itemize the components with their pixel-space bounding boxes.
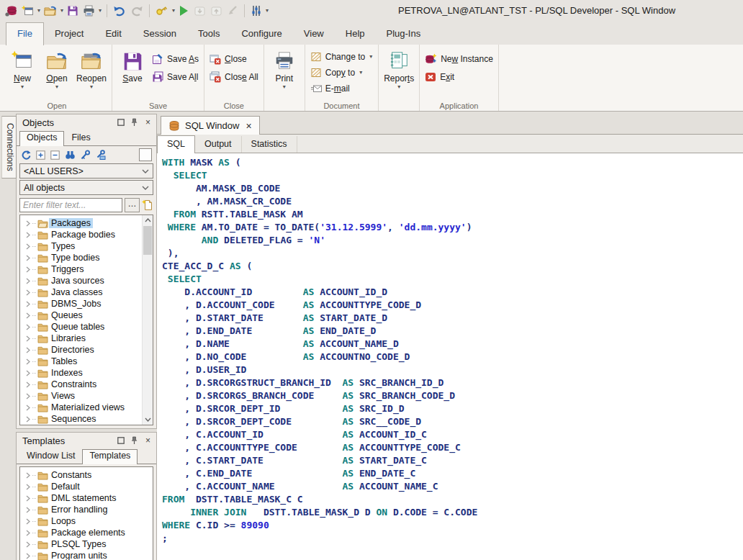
chevron-right-icon[interactable]: [25, 255, 32, 261]
tree-item-java-sources[interactable]: Java sources: [20, 275, 142, 286]
redo-button[interactable]: [129, 3, 145, 19]
menu-session[interactable]: Session: [132, 23, 187, 45]
object-type-dropdown[interactable]: All objects: [19, 180, 153, 195]
tree-item-dbms-jobs[interactable]: DBMS_Jobs: [20, 298, 142, 310]
tree-item-tables[interactable]: Tables: [20, 356, 142, 367]
print-button-qat[interactable]: [81, 3, 96, 19]
save-as-button[interactable]: Save As: [150, 53, 201, 65]
filter-more-button[interactable]: …: [125, 198, 140, 212]
open-button[interactable]: Open ▾: [40, 46, 74, 90]
tab-templates[interactable]: Templates: [82, 449, 138, 464]
subtab-output[interactable]: Output: [195, 136, 242, 153]
tree-item-types[interactable]: Types: [20, 240, 142, 252]
save-button-qat[interactable]: [66, 3, 80, 19]
tree-item-type-bodies[interactable]: Type bodies: [20, 252, 142, 263]
change-to-button[interactable]: Change to ▾: [308, 50, 375, 63]
close-button[interactable]: Close: [207, 53, 261, 65]
tree-item-constants[interactable]: Constants: [20, 469, 153, 481]
tree-item-java-classes[interactable]: Java classes: [20, 286, 142, 298]
chevron-right-icon[interactable]: [25, 518, 32, 525]
undo-button[interactable]: [112, 3, 127, 19]
toolbar-overflow-caret[interactable]: ▾: [265, 8, 269, 14]
new-button[interactable]: [20, 3, 35, 19]
login-button[interactable]: [154, 3, 170, 19]
menu-project[interactable]: Project: [44, 23, 94, 45]
login-dropdown-caret[interactable]: ▾: [171, 8, 176, 14]
reports-dropdown-caret[interactable]: ▾: [397, 83, 400, 90]
open-dropdown-caret[interactable]: ▾: [55, 83, 58, 90]
chevron-right-icon[interactable]: [25, 335, 32, 342]
chevron-right-icon[interactable]: [25, 266, 32, 273]
close-panel-button[interactable]: ×: [143, 118, 153, 127]
commit-button[interactable]: [192, 3, 207, 19]
copy-to-caret[interactable]: ▾: [359, 70, 363, 76]
objects-tree-scrollbar[interactable]: [142, 215, 153, 425]
email-button[interactable]: E-mail: [308, 82, 375, 94]
scroll-down-arrow[interactable]: [143, 415, 153, 425]
tree-item-directories[interactable]: Directories: [20, 344, 142, 356]
filter-input[interactable]: Enter filter text...: [19, 198, 122, 212]
tab-files[interactable]: Files: [64, 131, 97, 145]
maximize-panel-button[interactable]: [116, 436, 125, 446]
print-button[interactable]: Print ▾: [267, 46, 302, 90]
chevron-right-icon[interactable]: [25, 278, 32, 284]
chevron-right-icon[interactable]: [25, 370, 32, 376]
tree-item-queue-tables[interactable]: Queue tables: [20, 321, 142, 333]
scroll-up-arrow[interactable]: [143, 215, 153, 225]
new-dropdown-caret[interactable]: ▾: [21, 83, 24, 90]
rollback-button[interactable]: [209, 3, 224, 19]
toolbar-square-box[interactable]: [139, 148, 152, 161]
chevron-right-icon[interactable]: [25, 393, 32, 399]
chevron-right-icon[interactable]: [25, 541, 32, 548]
tree-item-packages[interactable]: Packages: [20, 217, 142, 229]
menu-edit[interactable]: Edit: [94, 23, 132, 45]
close-panel-button[interactable]: ×: [143, 436, 153, 446]
tree-item-plsql-types[interactable]: PLSQL Types: [20, 538, 153, 550]
chevron-right-icon[interactable]: [25, 347, 32, 353]
tree-item-triggers[interactable]: Triggers: [20, 263, 142, 275]
connections-tab[interactable]: Connections: [1, 116, 17, 179]
reports-button[interactable]: Reports ▾: [382, 46, 416, 90]
chevron-right-icon[interactable]: [25, 495, 32, 502]
tree-item-loops[interactable]: Loops: [20, 515, 153, 527]
exit-button[interactable]: Exit: [423, 71, 495, 83]
reopen-button[interactable]: Reopen ▾: [74, 46, 109, 90]
chevron-right-icon[interactable]: [25, 301, 32, 307]
print-dropdown-caret[interactable]: ▾: [283, 83, 286, 90]
tree-item-views[interactable]: Views: [20, 390, 142, 402]
pin-panel-button[interactable]: [130, 436, 139, 446]
chevron-right-icon[interactable]: [25, 507, 32, 513]
chevron-right-icon[interactable]: [25, 381, 32, 388]
refresh-icon[interactable]: [21, 150, 31, 160]
break-button[interactable]: [225, 3, 240, 19]
collapse-all-icon[interactable]: [50, 150, 60, 160]
tree-item-libraries[interactable]: Libraries: [20, 333, 142, 344]
tree-item-default[interactable]: Default: [20, 481, 153, 492]
tree-item-materialized-views[interactable]: Materialized views: [20, 402, 142, 413]
close-all-button[interactable]: Close All: [207, 71, 261, 83]
scrollbar-thumb[interactable]: [143, 226, 152, 255]
execute-button[interactable]: [177, 3, 191, 19]
change-to-caret[interactable]: ▾: [369, 54, 373, 60]
reopen-dropdown-caret[interactable]: ▾: [90, 83, 93, 90]
tree-item-constraints[interactable]: Constraints: [20, 379, 142, 390]
chevron-right-icon[interactable]: [25, 484, 32, 490]
new-filter-file-icon[interactable]: [142, 199, 153, 211]
tree-item-program-units[interactable]: Program units: [20, 550, 153, 560]
maximize-panel-button[interactable]: [116, 118, 125, 127]
sql-editor[interactable]: WITH MASK AS ( SELECT AM.MASK_DB_CODE , …: [157, 153, 743, 560]
tree-item-indexes[interactable]: Indexes: [20, 367, 142, 379]
copy-to-button[interactable]: Copy to ▾: [308, 66, 375, 78]
menu-tools[interactable]: Tools: [187, 23, 230, 45]
pin-panel-button[interactable]: [130, 118, 139, 127]
chevron-right-icon[interactable]: [25, 530, 32, 536]
tree-item-queues[interactable]: Queues: [20, 310, 142, 321]
menu-configure[interactable]: Configure: [230, 23, 292, 45]
preferences-button[interactable]: [249, 3, 264, 19]
chevron-right-icon[interactable]: [25, 416, 32, 423]
new-button[interactable]: New ▾: [5, 46, 40, 90]
subtab-sql[interactable]: SQL: [157, 135, 195, 153]
save-all-button[interactable]: Save All: [150, 71, 201, 83]
users-dropdown[interactable]: <ALL USERS>: [19, 163, 153, 179]
new-dropdown-caret[interactable]: ▾: [37, 8, 41, 14]
